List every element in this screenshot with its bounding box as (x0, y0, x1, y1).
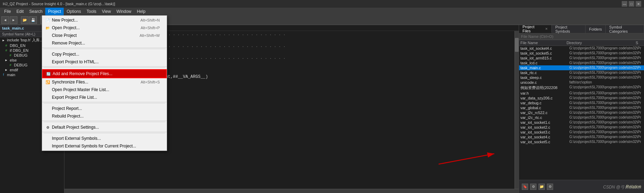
maximize-button[interactable]: □ (629, 1, 634, 7)
file-item[interactable]: var_iot_socket2.c G:\zcq\project\SL7000\… (519, 125, 644, 130)
sync-icon: 🔁 (45, 79, 50, 85)
file-item[interactable]: 例如资费说明(202208 G:\zcq\project\SL7000\prog… (519, 85, 644, 91)
toolbar-back[interactable]: ◄ (1, 16, 9, 24)
file-dir: G:\zcq\project\SL7000\program code\stm32… (569, 125, 643, 129)
col-extra: S (636, 41, 643, 45)
menu-export-file-list[interactable]: Export Project File List... (42, 94, 167, 101)
file-name: var_iot_socket1.c (520, 120, 569, 124)
file-item[interactable]: var_debug.c G:\zcq\project\SL7000\progra… (519, 100, 644, 105)
file-name: 例如资费说明(202208 (520, 85, 569, 90)
menu-remove-project-label: Remove Project... (52, 41, 85, 46)
menu-export-list-label: Export Project File List... (52, 95, 97, 100)
file-item[interactable]: var_i2c_rc522.c G:\zcq\project\SL7000\pr… (519, 110, 644, 115)
file-item[interactable]: task_iot_arm815.c G:\zcq\project\SL7000\… (519, 56, 644, 61)
import-current-icon (45, 143, 50, 149)
title-controls: — □ ✕ (622, 1, 641, 7)
menu-synchronize-files[interactable]: 🔁 Synchronize Files... Alt+Shift+S (42, 78, 167, 86)
menu-view[interactable]: View (99, 8, 114, 15)
editor-hscrollbar[interactable] (64, 189, 519, 193)
file-item[interactable]: task_lcd.c G:\zcq\project\SL7000\program… (519, 61, 644, 65)
tab-project-symbols-label: Project Symbols (555, 25, 582, 33)
menu-search[interactable]: Search (26, 8, 45, 15)
file-name: var_iot_socket3.c (520, 130, 569, 134)
tab-project-symbols[interactable]: Project Symbols (552, 25, 586, 33)
rb-btn-4[interactable]: ⚙ (547, 184, 553, 190)
scrollbar-thumb[interactable] (515, 38, 519, 52)
menu-help[interactable]: Help (134, 8, 148, 15)
menu-new-project-label: New Project... (52, 18, 78, 23)
menu-window[interactable]: Window (114, 8, 134, 15)
menu-edit[interactable]: Edit (14, 8, 26, 15)
tab-folders[interactable]: Folders (586, 25, 606, 33)
menu-section-5: ⚙ Default Project Settings... (42, 123, 167, 132)
new-project-icon: 📄 (45, 17, 50, 23)
menu-rebuild-project[interactable]: Rebuild Project... (42, 112, 167, 120)
file-item[interactable]: unicode.c fatfs\src\option (519, 80, 644, 85)
menu-add-remove-label: Add and Remove Project Files... (53, 71, 112, 76)
file-item[interactable]: task_rtc.c G:\zcq\project\SL7000\program… (519, 70, 644, 75)
menu-import-external[interactable]: Import External Symbols... (42, 135, 167, 142)
toolbar-save[interactable]: 💾 (29, 16, 37, 24)
close-button[interactable]: ✕ (636, 1, 641, 7)
tab-project-files[interactable]: Project Files ✕ (519, 25, 552, 33)
file-name: task_main.c (520, 66, 569, 70)
file-item[interactable]: task_iot_socket4.c G:\zcq\project\SL7000… (519, 46, 644, 51)
symbol-hash-icon: # (8, 63, 13, 67)
editor-scrollbar[interactable] (515, 31, 519, 189)
menu-master-list-label: Open Project Master File List... (52, 87, 109, 92)
file-dir: G:\zcq\project\SL7000\program code\stm32… (569, 111, 643, 115)
file-item[interactable]: var_i2c_rtc.c G:\zcq\project\SL7000\prog… (519, 115, 644, 120)
tab-folders-label: Folders (589, 27, 602, 31)
toolbar-forward[interactable]: ► (10, 16, 17, 24)
menu-copy-project[interactable]: Copy Project... (42, 50, 167, 58)
menu-import-current[interactable]: Import External Symbols for Current Proj… (42, 142, 167, 150)
menu-close-project[interactable]: Close Project Alt+Shift+W (42, 32, 167, 39)
file-item[interactable]: var_iot_socket5.c G:\zcq\project\SL7000\… (519, 139, 644, 144)
menu-new-project[interactable]: 📄 New Project... Alt+Shift+N (42, 16, 167, 24)
menu-default-settings[interactable]: ⚙ Default Project Settings... (42, 123, 167, 131)
file-item[interactable]: var_data_szy206.c G:\zcq\project\SL7000\… (519, 96, 644, 100)
tab-symbol-categories[interactable]: Symbol Categories (606, 25, 644, 33)
add-remove-icon: 🔄 (46, 71, 51, 77)
tab-close-icon[interactable]: ✕ (545, 27, 548, 31)
file-name: task_iot_arm815.c (520, 56, 569, 60)
file-item-selected[interactable]: task_main.c G:\zcq\project\SL7000\progra… (519, 65, 644, 70)
menu-add-remove-files[interactable]: 🔄 Add and Remove Project Files... (42, 69, 167, 78)
minimize-button[interactable]: — (622, 1, 627, 7)
file-item[interactable]: var.h G:\zcq\project\SL7000\program code… (519, 91, 644, 96)
file-item[interactable]: var_iot_socket3.c G:\zcq\project\SL7000\… (519, 130, 644, 135)
file-dir: G:\zcq\project\SL7000\program code\stm32… (569, 135, 643, 139)
file-item[interactable]: var_iot_socket1.c G:\zcq\project\SL7000\… (519, 120, 644, 125)
menu-project-report[interactable]: Project Report... (42, 105, 167, 112)
file-list[interactable]: task_iot_socket4.c G:\zcq\project\SL7000… (519, 46, 644, 180)
file-search-input[interactable] (519, 33, 644, 40)
menu-section-4: Project Report... Rebuild Project... (42, 104, 167, 121)
menu-file[interactable]: File (1, 8, 14, 15)
rb-btn-2[interactable]: ⚙ (530, 184, 536, 190)
file-dir: G:\zcq\project\SL7000\program code\stm32… (569, 71, 643, 75)
file-item[interactable]: var_global.c G:\zcq\project\SL7000\progr… (519, 105, 644, 110)
menu-open-project[interactable]: 📂 Open Project... Alt+Shift+P (42, 24, 167, 32)
menu-tools[interactable]: Tools (84, 8, 99, 15)
toolbar-open[interactable]: 📂 (21, 16, 29, 24)
menu-report-label: Project Report... (52, 106, 82, 111)
menu-open-master-list[interactable]: Open Project Master File List... (42, 86, 167, 94)
rb-btn-1[interactable]: 🔖 (522, 184, 528, 190)
menu-remove-project[interactable]: Remove Project... (42, 39, 167, 47)
symbol-label: DEBUG (14, 63, 28, 67)
project-dropdown-menu[interactable]: 📄 New Project... Alt+Shift+N 📂 Open Proj… (42, 15, 167, 151)
menu-options[interactable]: Options (64, 8, 84, 15)
file-name: task_iot_socket4.c (520, 46, 569, 50)
file-item[interactable]: task_iot_socket5.c G:\zcq\project\SL7000… (519, 51, 644, 56)
menu-project[interactable]: Project (45, 8, 64, 15)
file-item[interactable]: task_sleep.c G:\zcq\project\SL7000\progr… (519, 75, 644, 80)
file-item[interactable]: var_iot_socket4.c G:\zcq\project\SL7000\… (519, 135, 644, 139)
separator (44, 133, 165, 133)
symbol-hash-icon: # (4, 43, 8, 48)
menu-open-project-label: Open Project... (52, 25, 80, 30)
symbol-label: if DBG_EN (10, 48, 29, 53)
menu-export-html[interactable]: Export Project to HTML... (42, 58, 167, 66)
export-html-icon (45, 59, 50, 65)
menu-section-6: Import External Symbols... Import Extern… (42, 134, 167, 151)
rb-btn-3[interactable]: 📁 (539, 184, 545, 190)
